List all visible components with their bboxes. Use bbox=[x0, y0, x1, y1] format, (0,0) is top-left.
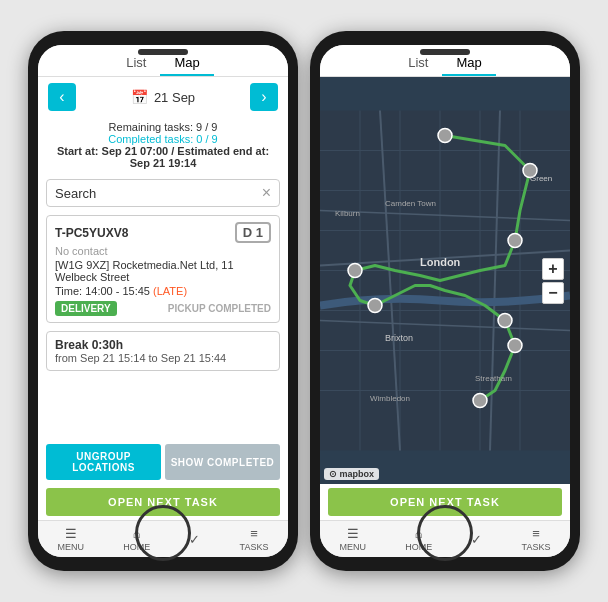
svg-text:Camden Town: Camden Town bbox=[385, 199, 436, 208]
menu-label-left: MENU bbox=[58, 542, 85, 552]
menu-icon-right: ☰ bbox=[347, 526, 359, 541]
next-button-left[interactable]: › bbox=[250, 83, 278, 111]
late-badge: (LATE) bbox=[153, 285, 187, 297]
nav-menu-right[interactable]: ☰ MENU bbox=[340, 526, 367, 552]
tasks-icon-left: ≡ bbox=[250, 526, 258, 541]
task-id: T-PC5YUXV8 bbox=[55, 226, 128, 240]
open-task-button-right[interactable]: OPEN NEXT TASK bbox=[328, 488, 562, 516]
ungroup-button[interactable]: UNGROUP LOCATIONS bbox=[46, 444, 161, 480]
time-range: 14:00 - 15:45 bbox=[85, 285, 153, 297]
open-task-button-left[interactable]: OPEN NEXT TASK bbox=[46, 488, 280, 516]
task-time: Time: 14:00 - 15:45 (LATE) bbox=[55, 285, 271, 297]
task-card[interactable]: T-PC5YUXV8 D 1 No contact [W1G 9XZ] Rock… bbox=[46, 215, 280, 323]
tab-list-left[interactable]: List bbox=[112, 51, 160, 76]
task-actions: DELIVERY PICKUP COMPLETED bbox=[55, 301, 271, 316]
nav-home-right[interactable]: ⌂ HOME bbox=[405, 526, 432, 552]
nav-menu-left[interactable]: ☰ MENU bbox=[58, 526, 85, 552]
phones-container: List Map ‹ 📅 21 Sep › Remaining tasks: 9… bbox=[28, 31, 580, 571]
svg-text:Kilburn: Kilburn bbox=[335, 209, 360, 218]
break-title: Break 0:30h bbox=[55, 338, 271, 352]
nav-tasks-left[interactable]: ≡ TASKS bbox=[240, 526, 269, 552]
bottom-actions-left: UNGROUP LOCATIONS SHOW COMPLETED bbox=[46, 444, 280, 480]
nav-tasks-right[interactable]: ≡ TASKS bbox=[522, 526, 551, 552]
svg-point-18 bbox=[438, 129, 452, 143]
task-header: T-PC5YUXV8 D 1 bbox=[55, 222, 271, 243]
search-input[interactable] bbox=[55, 186, 262, 201]
pickup-badge: PICKUP COMPLETED bbox=[168, 303, 271, 314]
show-completed-button[interactable]: SHOW COMPLETED bbox=[165, 444, 280, 480]
bottom-nav-right: ☰ MENU ⌂ HOME ✓ ≡ TASKS bbox=[320, 520, 570, 557]
nav-row-left: ‹ 📅 21 Sep › bbox=[38, 77, 288, 117]
map-svg: London Brixton Wimbledon Kilburn Camden … bbox=[320, 77, 570, 484]
tab-bar-left: List Map bbox=[38, 45, 288, 77]
nav-date-left: 📅 21 Sep bbox=[131, 89, 195, 105]
date-label-left: 21 Sep bbox=[154, 90, 195, 105]
svg-text:Streatham: Streatham bbox=[475, 374, 512, 383]
prev-button-left[interactable]: ‹ bbox=[48, 83, 76, 111]
home-label-left: HOME bbox=[123, 542, 150, 552]
check-icon-right: ✓ bbox=[471, 532, 482, 547]
info-block-left: Remaining tasks: 9 / 9 Completed tasks: … bbox=[38, 117, 288, 175]
tab-bar-right: List Map bbox=[320, 45, 570, 77]
tab-list-right[interactable]: List bbox=[394, 51, 442, 76]
time-label: Time: bbox=[55, 285, 82, 297]
tab-map-right[interactable]: Map bbox=[442, 51, 495, 76]
home-icon-left: ⌂ bbox=[133, 526, 141, 541]
tab-map-left[interactable]: Map bbox=[160, 51, 213, 76]
task-address: [W1G 9XZ] Rocketmedia.Net Ltd, 11 Welbec… bbox=[55, 259, 271, 283]
completed-tasks: Completed tasks: 0 / 9 bbox=[48, 133, 278, 145]
map-container[interactable]: London Brixton Wimbledon Kilburn Camden … bbox=[320, 77, 570, 484]
nav-check-right[interactable]: ✓ bbox=[471, 532, 482, 547]
svg-point-22 bbox=[368, 299, 382, 313]
tasks-label-right: TASKS bbox=[522, 542, 551, 552]
home-icon-right: ⌂ bbox=[415, 526, 423, 541]
menu-label-right: MENU bbox=[340, 542, 367, 552]
svg-point-25 bbox=[473, 394, 487, 408]
start-time: Start at: Sep 21 07:00 / Estimated end a… bbox=[48, 145, 278, 169]
calendar-icon-left: 📅 bbox=[131, 89, 148, 105]
tasks-label-left: TASKS bbox=[240, 542, 269, 552]
mapbox-icon: ⊙ bbox=[329, 469, 337, 479]
home-label-right: HOME bbox=[405, 542, 432, 552]
phone-left-screen: List Map ‹ 📅 21 Sep › Remaining tasks: 9… bbox=[38, 45, 288, 557]
zoom-controls: + − bbox=[542, 258, 564, 304]
mapbox-logo: ⊙ mapbox bbox=[324, 468, 379, 480]
svg-text:Wimbledon: Wimbledon bbox=[370, 394, 410, 403]
search-clear-button[interactable]: × bbox=[262, 184, 271, 202]
check-icon-left: ✓ bbox=[189, 532, 200, 547]
bottom-nav-left: ☰ MENU ⌂ HOME ✓ ≡ TASKS bbox=[38, 520, 288, 557]
svg-point-20 bbox=[508, 234, 522, 248]
svg-point-21 bbox=[348, 264, 362, 278]
task-badge: D 1 bbox=[235, 222, 271, 243]
svg-text:Brixton: Brixton bbox=[385, 333, 413, 343]
zoom-in-button[interactable]: + bbox=[542, 258, 564, 280]
svg-text:London: London bbox=[420, 256, 461, 268]
phone-left: List Map ‹ 📅 21 Sep › Remaining tasks: 9… bbox=[28, 31, 298, 571]
remaining-tasks: Remaining tasks: 9 / 9 bbox=[48, 121, 278, 133]
svg-point-23 bbox=[498, 314, 512, 328]
zoom-out-button[interactable]: − bbox=[542, 282, 564, 304]
phone-right: List Map bbox=[310, 31, 580, 571]
search-bar[interactable]: × bbox=[46, 179, 280, 207]
break-card: Break 0:30h from Sep 21 15:14 to Sep 21 … bbox=[46, 331, 280, 371]
phone-right-screen: List Map bbox=[320, 45, 570, 557]
nav-home-left[interactable]: ⌂ HOME bbox=[123, 526, 150, 552]
mapbox-label: mapbox bbox=[340, 469, 375, 479]
nav-check-left[interactable]: ✓ bbox=[189, 532, 200, 547]
svg-text:Green: Green bbox=[530, 174, 552, 183]
tasks-icon-right: ≡ bbox=[532, 526, 540, 541]
task-contact: No contact bbox=[55, 245, 271, 257]
svg-point-24 bbox=[508, 339, 522, 353]
delivery-badge: DELIVERY bbox=[55, 301, 117, 316]
menu-icon-left: ☰ bbox=[65, 526, 77, 541]
break-time: from Sep 21 15:14 to Sep 21 15:44 bbox=[55, 352, 271, 364]
